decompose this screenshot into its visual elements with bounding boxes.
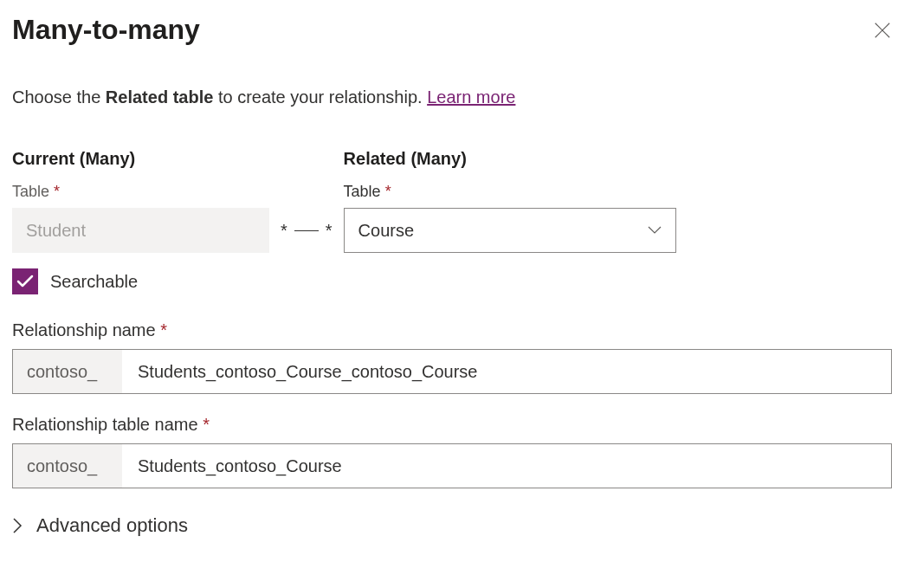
relationship-table-name-prefix: contoso_ [13, 444, 122, 488]
relationship-connector: * * [269, 208, 344, 253]
related-table-value: Course [358, 221, 414, 241]
advanced-options-toggle[interactable]: Advanced options [12, 514, 892, 537]
relationship-name-prefix: contoso_ [13, 350, 122, 393]
current-table-input: Student [12, 208, 269, 253]
current-table-label: Table * [12, 183, 269, 201]
advanced-options-label: Advanced options [36, 514, 188, 537]
searchable-label: Searchable [50, 272, 138, 292]
relationship-name-label: Relationship name * [12, 320, 892, 340]
relationship-name-input[interactable] [122, 350, 891, 393]
related-table-select[interactable]: Course [344, 208, 676, 253]
learn-more-link[interactable]: Learn more [427, 87, 515, 107]
close-icon[interactable] [873, 21, 892, 40]
intro-text: Choose the Related table to create your … [12, 87, 892, 107]
relationship-table-name-input[interactable] [122, 444, 891, 488]
dialog-title: Many-to-many [12, 14, 200, 46]
connector-star-right: * [326, 221, 333, 241]
chevron-right-icon [12, 517, 23, 534]
relationship-table-name-label: Relationship table name * [12, 415, 892, 435]
related-table-label: Table * [344, 183, 676, 201]
connector-star-left: * [281, 221, 287, 241]
related-section-label: Related (Many) [344, 149, 676, 169]
current-section-label: Current (Many) [12, 149, 269, 169]
chevron-down-icon [648, 226, 662, 235]
searchable-checkbox[interactable] [12, 268, 38, 294]
connector-line [294, 230, 319, 231]
